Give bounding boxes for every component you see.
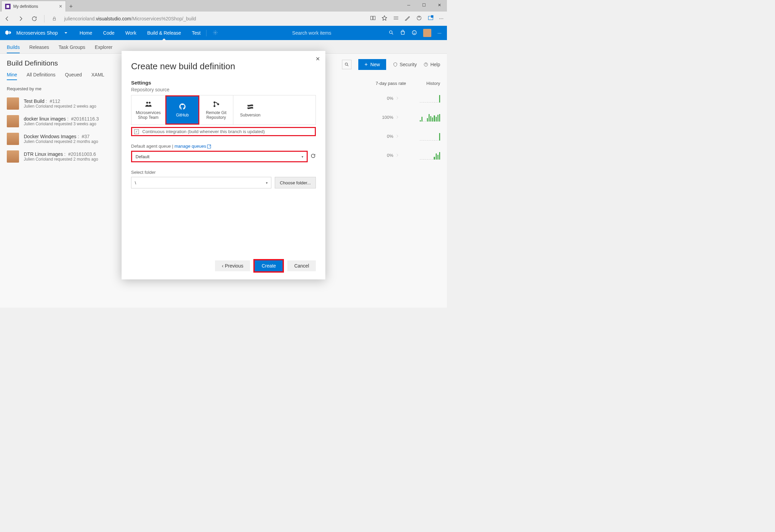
repo-source-label: Repository source [131, 87, 316, 92]
modal-title: Create new build definition [131, 61, 316, 72]
modal-overlay: ✕ Create new build definition Settings R… [0, 0, 447, 308]
cancel-button[interactable]: Cancel [287, 260, 316, 271]
folder-select[interactable]: \ ▾ [131, 177, 271, 188]
choose-folder-button[interactable]: Choose folder... [275, 177, 316, 188]
settings-heading: Settings [131, 80, 316, 86]
repo-icon [246, 103, 255, 111]
repo-source-remote-git-repository[interactable]: Remote Git Repository [199, 95, 233, 125]
chevron-down-icon: ▾ [302, 155, 303, 159]
svg-point-16 [213, 101, 215, 103]
select-folder-label: Select folder [131, 170, 316, 175]
previous-button[interactable]: ‹ Previous [215, 260, 250, 271]
svg-point-14 [146, 102, 148, 104]
repo-icon [144, 100, 153, 109]
repo-source-github[interactable]: GitHub [165, 95, 199, 125]
repo-icon [178, 103, 187, 111]
refresh-queues-button[interactable] [310, 153, 316, 160]
create-button[interactable]: Create [253, 259, 284, 273]
create-definition-modal: ✕ Create new build definition Settings R… [122, 51, 325, 279]
agent-queue-select[interactable]: Default ▾ [131, 151, 308, 162]
checkbox-icon: ✓ [134, 129, 139, 134]
repo-source-microservices-shop-team[interactable]: Microservices Shop Team [131, 95, 165, 125]
svg-point-17 [213, 105, 215, 107]
external-link-icon [207, 145, 211, 148]
continuous-integration-checkbox[interactable]: ✓ Continuous integration (build whenever… [131, 127, 316, 136]
chevron-down-icon: ▾ [266, 181, 268, 185]
agent-queue-label: Default agent queue | manage queues [131, 144, 316, 149]
repo-source-subversion[interactable]: Subversion [233, 95, 267, 125]
repo-icon [212, 100, 221, 109]
manage-queues-link[interactable]: manage queues [175, 144, 211, 149]
svg-point-15 [148, 102, 150, 104]
close-modal-button[interactable]: ✕ [316, 56, 320, 62]
